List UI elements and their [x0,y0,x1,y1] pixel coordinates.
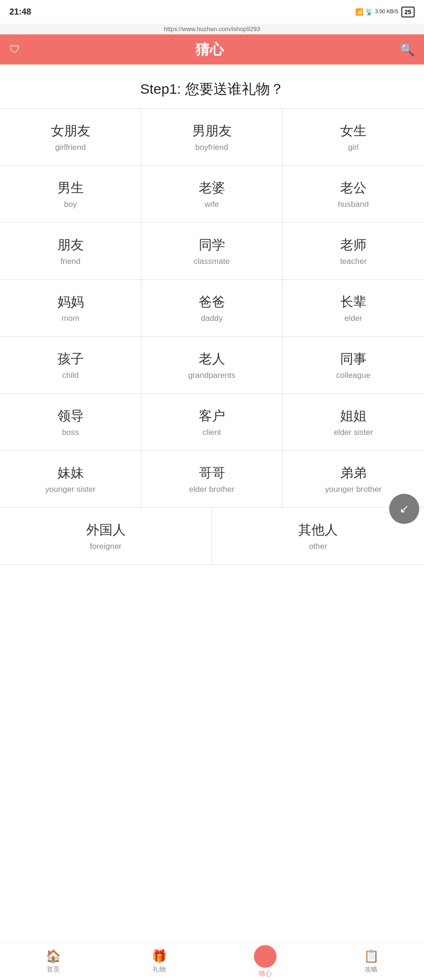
scroll-to-top-button[interactable]: ↙ [389,494,419,524]
cell-en: boyfriend [196,143,228,152]
cell-girlfriend[interactable]: 女朋友 girlfriend [0,109,141,165]
cell-zh: 老婆 [199,179,225,197]
cell-en: boy [64,200,77,209]
cell-colleague[interactable]: 同事 colleague [283,337,424,393]
cell-en: grandparents [188,371,235,380]
cell-friend[interactable]: 朋友 friend [0,223,141,279]
cell-en: husband [338,200,368,209]
cell-wife[interactable]: 老婆 wife [141,166,283,222]
cell-en: elder sister [334,428,373,437]
cell-zh: 老师 [340,236,367,254]
cell-zh: 男朋友 [192,122,232,140]
bottom-navigation: 🏠 首页 🎁 礼物 ❤ 猜心 📋 攻略 [0,942,424,980]
cell-zh: 老人 [199,350,225,368]
cell-zh: 老公 [340,179,367,197]
cell-zh: 长辈 [340,293,367,311]
cell-grandparents[interactable]: 老人 grandparents [141,337,283,393]
cell-boss[interactable]: 领导 boss [0,394,141,450]
cell-zh: 姐姐 [340,407,367,425]
wifi-icon: 📡 [365,8,373,16]
cell-zh: 爸爸 [199,293,225,311]
cell-daddy[interactable]: 爸爸 daddy [141,280,283,336]
cell-husband[interactable]: 老公 husband [283,166,424,222]
nav-home[interactable]: 🏠 首页 [0,949,106,974]
grid-row-6: 领导 boss 客户 client 姐姐 elder sister [0,394,424,451]
status-bar: 21:48 📶 📡 3.00 KB/S 25 [0,0,424,24]
battery-indicator: 25 [401,7,415,17]
app-title: 猜心 [20,40,400,59]
cell-zh: 女朋友 [51,122,90,140]
nav-home-label: 首页 [47,965,60,974]
status-time: 21:48 [9,7,31,17]
grid-row-4: 妈妈 mom 爸爸 daddy 长辈 elder [0,280,424,337]
cell-en: classmate [194,257,230,266]
cell-en: teacher [340,257,367,266]
cell-en: younger sister [45,485,96,494]
cell-en: boss [62,428,79,437]
grid-row-5: 孩子 child 老人 grandparents 同事 colleague [0,337,424,394]
app-header: 🛡 猜心 🔍 [0,34,424,65]
cell-boy[interactable]: 男生 boy [0,166,141,222]
cell-en: elder [344,314,362,323]
guide-icon: 📋 [364,949,379,964]
shield-icon: 🛡 [9,43,20,56]
gift-icon: 🎁 [152,949,167,964]
cell-en: friend [60,257,81,266]
cell-client[interactable]: 客户 client [141,394,283,450]
cell-zh: 哥哥 [199,464,225,482]
cell-zh: 客户 [199,407,225,425]
cell-zh: 其他人 [298,521,338,539]
nav-guess[interactable]: ❤ 猜心 [212,945,318,978]
nav-guide-label: 攻略 [365,965,378,974]
cell-en: girlfriend [55,143,86,152]
cell-zh: 弟弟 [340,464,367,482]
cell-en: younger brother [325,485,382,494]
cell-mom[interactable]: 妈妈 mom [0,280,141,336]
cell-younger-brother[interactable]: 弟弟 younger brother ↙ [283,451,424,507]
cell-elder-sister[interactable]: 姐姐 elder sister [283,394,424,450]
cell-zh: 男生 [57,179,84,197]
cell-zh: 外国人 [86,521,126,539]
speed-text: 3.00 KB/S [375,8,399,15]
grid-row-3: 朋友 friend 同学 classmate 老师 teacher [0,223,424,280]
search-button[interactable]: 🔍 [400,42,415,57]
cell-en: client [203,428,221,437]
scroll-icon: ↙ [400,502,409,515]
url-text: https://www.huzhan.com/ishop9293 [164,25,261,33]
nav-guide[interactable]: 📋 攻略 [318,949,424,974]
cell-en: wife [204,200,219,209]
cell-boyfriend[interactable]: 男朋友 boyfriend [141,109,283,165]
cell-younger-sister[interactable]: 妹妹 younger sister [0,451,141,507]
cell-en: colleague [336,371,371,380]
grid-row-8: 外国人 foreigner 其他人 other [0,508,424,565]
cell-en: child [62,371,79,380]
cell-zh: 领导 [57,407,84,425]
cell-zh: 妈妈 [57,293,84,311]
nav-gift-label: 礼物 [153,965,166,974]
step-title: Step1: 您要送谁礼物？ [0,65,424,109]
signal-icon: 📶 [355,8,363,16]
cell-zh: 同事 [340,350,367,368]
home-icon: 🏠 [46,949,61,964]
grid-row-1: 女朋友 girlfriend 男朋友 boyfriend 女生 girl [0,109,424,166]
recipient-grid: 女朋友 girlfriend 男朋友 boyfriend 女生 girl 男生 … [0,109,424,565]
cell-foreigner[interactable]: 外国人 foreigner [0,508,212,564]
cell-girl[interactable]: 女生 girl [283,109,424,165]
status-right: 📶 📡 3.00 KB/S 25 [355,7,415,17]
cell-child[interactable]: 孩子 child [0,337,141,393]
cell-zh: 妹妹 [57,464,84,482]
cell-classmate[interactable]: 同学 classmate [141,223,283,279]
nav-guess-label: 猜心 [259,970,272,978]
cell-elder[interactable]: 长辈 elder [283,280,424,336]
cell-elder-brother[interactable]: 哥哥 elder brother [141,451,283,507]
cell-en: girl [348,143,359,152]
cell-en: mom [62,314,80,323]
grid-row-7: 妹妹 younger sister 哥哥 elder brother 弟弟 yo… [0,451,424,508]
cell-en: other [309,542,327,551]
nav-gift[interactable]: 🎁 礼物 [106,949,212,974]
cell-en: foreigner [90,542,122,551]
cell-zh: 孩子 [57,350,84,368]
browser-url-bar: https://www.huzhan.com/ishop9293 [0,24,424,34]
signal-icons: 📶 📡 3.00 KB/S [355,8,399,16]
cell-teacher[interactable]: 老师 teacher [283,223,424,279]
